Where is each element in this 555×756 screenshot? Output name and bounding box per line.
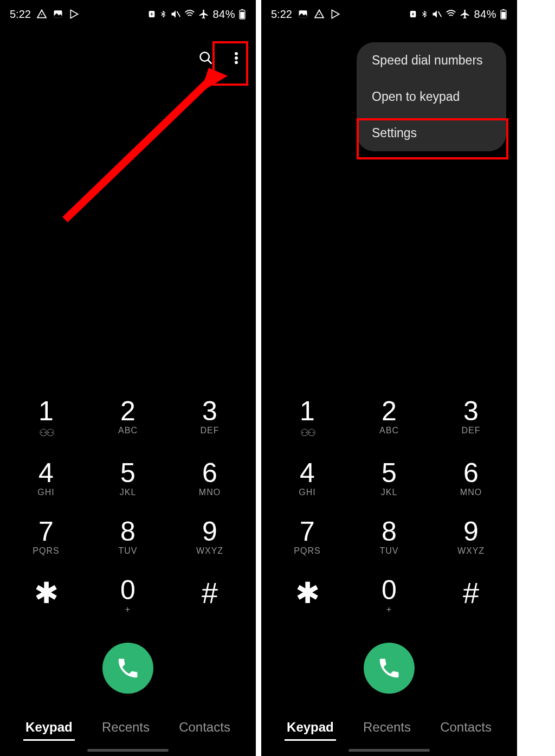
keypad-5[interactable]: 5JKL bbox=[98, 459, 158, 497]
svg-rect-5 bbox=[241, 9, 243, 10]
svg-point-16 bbox=[319, 14, 320, 15]
svg-point-11 bbox=[235, 61, 238, 64]
voicemail-icon: ⚇⚇ bbox=[39, 427, 53, 439]
keypad-2[interactable]: 2ABC bbox=[98, 398, 158, 439]
phone-screen-left: 5:22 bbox=[0, 0, 256, 756]
svg-point-7 bbox=[201, 53, 209, 61]
keypad-7[interactable]: 7PQRS bbox=[278, 518, 337, 556]
status-time: 5:22 bbox=[271, 8, 292, 21]
content-area-empty bbox=[0, 88, 256, 398]
home-indicator[interactable] bbox=[349, 749, 430, 752]
status-right: 84% bbox=[409, 8, 507, 21]
battery-percentage: 84% bbox=[212, 8, 235, 21]
menu-open-keypad[interactable]: Open to keypad bbox=[357, 79, 506, 115]
keypad-9[interactable]: 9WXYZ bbox=[441, 518, 501, 556]
svg-line-18 bbox=[438, 11, 442, 17]
svg-rect-6 bbox=[240, 12, 244, 18]
play-store-icon bbox=[330, 9, 341, 20]
keypad-star[interactable]: ✱ bbox=[16, 576, 76, 614]
keypad-star[interactable]: ✱ bbox=[278, 576, 337, 614]
keypad-0[interactable]: 0+ bbox=[98, 576, 158, 614]
voicemail-icon: ⚇⚇ bbox=[300, 427, 314, 439]
keypad-6[interactable]: 6MNO bbox=[180, 459, 240, 497]
tab-recents[interactable]: Recents bbox=[100, 715, 152, 741]
keypad-8[interactable]: 8TUV bbox=[359, 518, 419, 556]
svg-line-3 bbox=[177, 11, 180, 17]
keypad-1[interactable]: 1⚇⚇ bbox=[278, 398, 337, 439]
bluetooth-icon bbox=[159, 9, 167, 20]
triangle-warning-icon bbox=[36, 9, 47, 20]
play-store-icon bbox=[69, 9, 80, 20]
dial-keypad: 1⚇⚇ 2ABC 3DEF 4GHI 5JKL 6MNO 7PQRS 8TUV … bbox=[0, 398, 256, 635]
dial-keypad: 1⚇⚇ 2ABC 3DEF 4GHI 5JKL 6MNO 7PQRS 8TUV … bbox=[261, 398, 517, 635]
battery-icon bbox=[500, 9, 507, 20]
tab-contacts[interactable]: Contacts bbox=[177, 715, 233, 741]
toolbar bbox=[0, 28, 256, 88]
call-button[interactable] bbox=[364, 643, 415, 694]
triangle-warning-icon bbox=[314, 9, 325, 20]
status-left: 5:22 bbox=[10, 8, 80, 21]
more-options-button[interactable] bbox=[222, 44, 250, 72]
image-icon bbox=[53, 9, 63, 20]
image-icon bbox=[298, 9, 308, 20]
svg-point-0 bbox=[41, 14, 42, 15]
charging-icon bbox=[409, 9, 417, 20]
mute-icon bbox=[170, 9, 181, 20]
phone-icon bbox=[377, 656, 402, 681]
tab-contacts[interactable]: Contacts bbox=[438, 715, 494, 741]
svg-point-9 bbox=[235, 53, 238, 55]
menu-settings[interactable]: Settings bbox=[357, 115, 506, 151]
keypad-1[interactable]: 1⚇⚇ bbox=[16, 398, 76, 439]
keypad-hash[interactable]: # bbox=[180, 576, 240, 614]
keypad-0[interactable]: 0+ bbox=[359, 576, 419, 614]
bluetooth-icon bbox=[421, 9, 428, 20]
svg-line-8 bbox=[208, 60, 212, 64]
search-icon bbox=[198, 50, 214, 66]
charging-icon bbox=[147, 9, 156, 20]
keypad-9[interactable]: 9WXYZ bbox=[180, 518, 240, 556]
airplane-icon bbox=[460, 9, 470, 20]
tab-keypad[interactable]: Keypad bbox=[23, 715, 75, 741]
phone-screen-right: 5:22 bbox=[261, 0, 517, 756]
home-indicator[interactable] bbox=[87, 749, 169, 752]
status-right: 84% bbox=[147, 8, 246, 21]
battery-percentage: 84% bbox=[474, 8, 496, 21]
keypad-7[interactable]: 7PQRS bbox=[16, 518, 76, 556]
keypad-4[interactable]: 4GHI bbox=[278, 459, 337, 497]
wifi-icon bbox=[184, 9, 195, 20]
keypad-8[interactable]: 8TUV bbox=[98, 518, 158, 556]
search-button[interactable] bbox=[192, 44, 220, 72]
tab-keypad[interactable]: Keypad bbox=[285, 715, 336, 741]
phone-icon bbox=[115, 656, 140, 681]
keypad-6[interactable]: 6MNO bbox=[441, 459, 501, 497]
overflow-menu: Speed dial numbers Open to keypad Settin… bbox=[357, 42, 506, 151]
status-bar: 5:22 bbox=[261, 0, 517, 28]
svg-rect-20 bbox=[502, 9, 504, 10]
svg-rect-21 bbox=[501, 12, 506, 18]
svg-point-10 bbox=[235, 57, 238, 60]
keypad-hash[interactable]: # bbox=[441, 576, 501, 614]
menu-speed-dial[interactable]: Speed dial numbers bbox=[357, 42, 506, 79]
call-button[interactable] bbox=[102, 643, 153, 694]
battery-icon bbox=[238, 9, 246, 20]
wifi-icon bbox=[446, 9, 456, 20]
keypad-4[interactable]: 4GHI bbox=[16, 459, 76, 497]
status-time: 5:22 bbox=[10, 8, 31, 21]
screenshot-divider bbox=[258, 0, 259, 756]
kebab-menu-icon bbox=[229, 50, 244, 66]
airplane-icon bbox=[198, 9, 209, 20]
tab-recents[interactable]: Recents bbox=[361, 715, 413, 741]
keypad-2[interactable]: 2ABC bbox=[359, 398, 419, 439]
keypad-3[interactable]: 3DEF bbox=[180, 398, 240, 439]
status-left: 5:22 bbox=[271, 8, 341, 21]
status-bar: 5:22 bbox=[0, 0, 256, 28]
keypad-3[interactable]: 3DEF bbox=[441, 398, 501, 439]
mute-icon bbox=[431, 9, 442, 20]
keypad-5[interactable]: 5JKL bbox=[359, 459, 419, 497]
